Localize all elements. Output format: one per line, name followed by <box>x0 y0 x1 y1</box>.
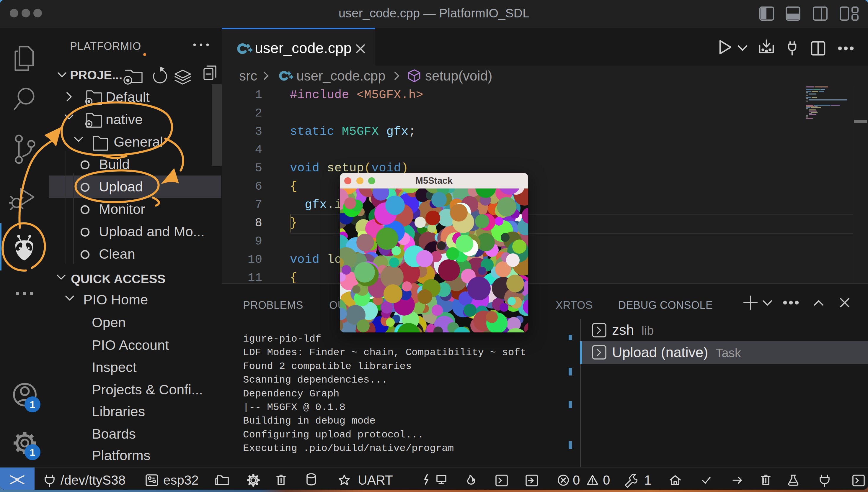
svg-text:UART: UART <box>358 473 393 487</box>
svg-text:1: 1 <box>644 473 651 487</box>
svg-text:/dev/ttyS38: /dev/ttyS38 <box>61 473 125 487</box>
svg-text:0: 0 <box>603 473 610 487</box>
svg-text:0: 0 <box>573 473 580 487</box>
svg-text:1: 1 <box>30 447 36 458</box>
svg-text:1: 1 <box>30 399 36 410</box>
svg-text:esp32: esp32 <box>163 473 199 487</box>
